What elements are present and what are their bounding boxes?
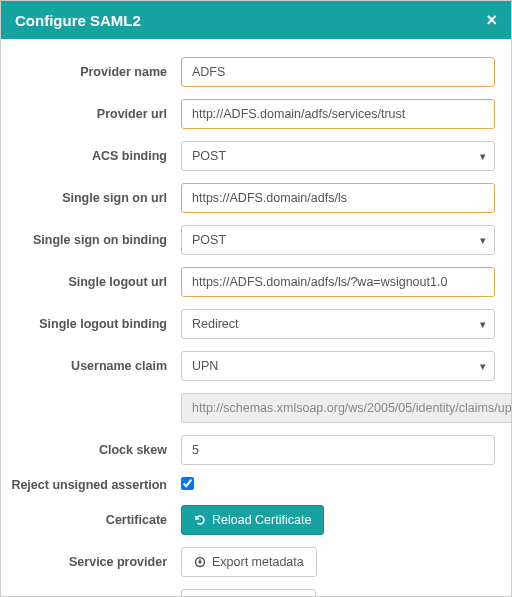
modal-dialog: Configure SAML2 × Provider name Provider… [0, 0, 512, 597]
row-slo-binding: Single logout binding Redirect [11, 309, 495, 339]
modal-header: Configure SAML2 × [1, 1, 511, 39]
label-sso-url: Single sign on url [11, 191, 181, 205]
row-sso-binding: Single sign on binding POST [11, 225, 495, 255]
label-provider-url: Provider url [11, 107, 181, 121]
input-slo-url[interactable] [181, 267, 495, 297]
label-provider-name: Provider name [11, 65, 181, 79]
select-sso-binding[interactable]: POST [181, 225, 495, 255]
label-certificate: Certificate [11, 513, 181, 527]
label-slo-url: Single logout url [11, 275, 181, 289]
select-acs-binding[interactable]: POST [181, 141, 495, 171]
row-identity-provider: Identity provider Import metadata [11, 589, 495, 596]
row-reject-unsigned: Reject unsigned assertion [11, 477, 495, 493]
checkbox-reject-unsigned[interactable] [181, 477, 194, 490]
row-clock-skew: Clock skew [11, 435, 495, 465]
input-provider-url[interactable] [181, 99, 495, 129]
label-clock-skew: Clock skew [11, 443, 181, 457]
row-slo-url: Single logout url [11, 267, 495, 297]
row-sso-url: Single sign on url [11, 183, 495, 213]
label-reject-unsigned: Reject unsigned assertion [11, 478, 181, 492]
row-provider-name: Provider name [11, 57, 495, 87]
row-service-provider: Service provider Export metadata [11, 547, 495, 577]
readonly-username-claim-uri: http://schemas.xmlsoap.org/ws/2005/05/id… [181, 393, 511, 423]
row-certificate: Certificate Reload Certificate [11, 505, 495, 535]
input-sso-url[interactable] [181, 183, 495, 213]
close-icon[interactable]: × [486, 11, 497, 29]
select-username-claim[interactable]: UPN [181, 351, 495, 381]
refresh-icon [194, 514, 206, 526]
input-provider-name[interactable] [181, 57, 495, 87]
modal-title: Configure SAML2 [15, 12, 141, 29]
label-service-provider: Service provider [11, 555, 181, 569]
reload-certificate-button[interactable]: Reload Certificate [181, 505, 324, 535]
input-clock-skew[interactable] [181, 435, 495, 465]
row-username-claim-uri: http://schemas.xmlsoap.org/ws/2005/05/id… [11, 393, 495, 423]
label-username-claim: Username claim [11, 359, 181, 373]
modal-body: Provider name Provider url ACS binding P… [1, 39, 511, 596]
select-slo-binding[interactable]: Redirect [181, 309, 495, 339]
label-sso-binding: Single sign on binding [11, 233, 181, 247]
download-icon [194, 556, 206, 568]
label-acs-binding: ACS binding [11, 149, 181, 163]
row-provider-url: Provider url [11, 99, 495, 129]
export-metadata-button[interactable]: Export metadata [181, 547, 317, 577]
row-acs-binding: ACS binding POST [11, 141, 495, 171]
label-slo-binding: Single logout binding [11, 317, 181, 331]
row-username-claim: Username claim UPN [11, 351, 495, 381]
import-metadata-button[interactable]: Import metadata [181, 589, 316, 596]
